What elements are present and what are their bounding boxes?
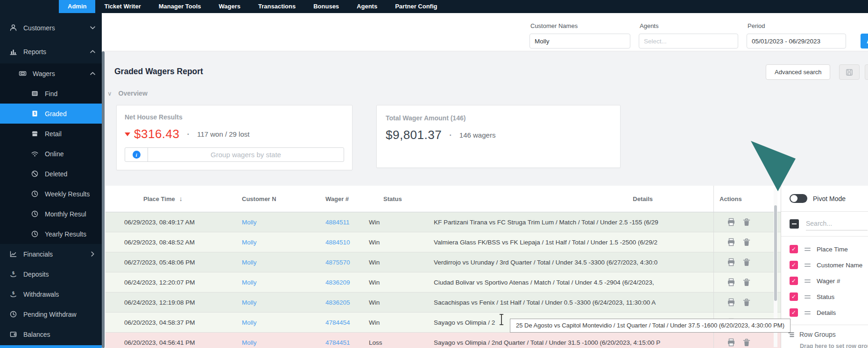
print-icon[interactable] — [727, 238, 735, 246]
customer-link[interactable]: Molly — [242, 259, 257, 266]
wager-link[interactable]: 4884510 — [325, 239, 350, 246]
checkbox-checked-icon[interactable]: ✓ — [790, 245, 798, 253]
header-place-time[interactable]: Place Time↓ — [106, 186, 206, 212]
tab-admin[interactable]: Admin — [59, 0, 95, 13]
cell-status: Win — [365, 292, 425, 312]
delete-icon[interactable] — [742, 298, 751, 306]
cell-status: Win — [365, 313, 425, 332]
sidebar-item-online[interactable]: Online — [0, 144, 102, 164]
customer-link[interactable]: Molly — [242, 299, 257, 306]
print-icon[interactable] — [727, 278, 735, 286]
sidebar-item-monthly-results[interactable]: Monthly Resul — [0, 204, 102, 224]
drag-handle-icon[interactable] — [804, 279, 811, 283]
period-input[interactable] — [747, 34, 846, 49]
hand-dollar-icon: $ — [9, 290, 17, 298]
delete-icon[interactable] — [742, 218, 751, 226]
print-icon[interactable] — [727, 338, 735, 347]
drag-handle-icon[interactable] — [804, 311, 811, 314]
wager-link[interactable]: 4875570 — [325, 259, 350, 266]
wager-link[interactable]: 4884511 — [325, 219, 350, 226]
customer-link[interactable]: Molly — [242, 239, 257, 246]
delete-icon[interactable] — [742, 278, 751, 286]
sidebar-item-graded[interactable]: $ Graded — [0, 104, 102, 124]
header-status[interactable]: Status — [365, 186, 425, 212]
tab-transactions[interactable]: Transactions — [249, 0, 304, 13]
header-details[interactable]: Details — [425, 186, 713, 212]
sidebar-item-retail[interactable]: Retail — [0, 124, 102, 144]
tab-ticket-writer[interactable]: Ticket Writer — [95, 0, 149, 13]
tab-bonuses[interactable]: Bonuses — [304, 0, 348, 13]
sidebar-item-customers[interactable]: Customers — [0, 18, 102, 38]
sidebar-item-deleted[interactable]: Deleted — [0, 164, 102, 184]
cell-details: Valmiera Glass FK/BSS vs FK Liepaja / 1s… — [425, 232, 713, 252]
secondary-tool-button[interactable] — [865, 64, 868, 80]
print-icon[interactable] — [727, 218, 735, 226]
drag-handle-icon[interactable] — [804, 295, 811, 299]
delete-icon[interactable] — [742, 238, 751, 246]
header-wager-number[interactable]: Wager # — [276, 186, 365, 212]
wager-count: 146 wagers — [459, 131, 496, 139]
agents-label: Agents — [640, 22, 658, 29]
net-house-label: Net House Results — [125, 113, 344, 121]
sidebar-scrollbar[interactable] — [102, 51, 105, 348]
separator-dot: · — [187, 130, 190, 139]
sidebar-item-withdrawals[interactable]: $ Withdrawals — [0, 284, 102, 304]
sidebar-item-find[interactable]: Find — [0, 84, 102, 104]
drag-handle-icon[interactable] — [804, 264, 811, 267]
customer-names-input[interactable] — [529, 34, 630, 49]
group-wagers-by-state-button[interactable]: i Group wagers by state — [125, 147, 344, 162]
wager-link[interactable]: 4836209 — [325, 279, 350, 286]
drag-handle-icon[interactable] — [804, 248, 811, 251]
svg-text:$: $ — [34, 111, 36, 116]
wager-link[interactable]: 4836205 — [325, 299, 350, 306]
row-groups-hint[interactable]: Drag here to set row groups — [800, 343, 868, 348]
customer-link[interactable]: Molly — [242, 279, 257, 286]
delete-icon[interactable] — [742, 338, 751, 347]
agents-input[interactable] — [639, 34, 738, 49]
sidebar-item-financials[interactable]: Financials — [0, 244, 102, 264]
delete-icon[interactable] — [742, 258, 751, 266]
row-groups-label: Row Groups — [799, 331, 836, 338]
checkbox-checked-icon[interactable]: ✓ — [790, 308, 798, 317]
sidebar-item-balances[interactable]: Balances — [0, 324, 102, 344]
column-item-wager-number: ✓ Wager # — [781, 273, 868, 289]
checkbox-checked-icon[interactable]: ✓ — [790, 277, 798, 285]
select-all-checkbox[interactable] — [790, 219, 799, 229]
sidebar-item-wagers[interactable]: Wagers — [0, 63, 102, 84]
checkbox-checked-icon[interactable]: ✓ — [790, 261, 798, 269]
columns-search-input[interactable] — [806, 218, 868, 230]
tab-manager-tools[interactable]: Manager Tools — [150, 0, 210, 13]
customer-link[interactable]: Molly — [242, 319, 257, 326]
info-section[interactable]: i — [125, 148, 148, 161]
scrollbar-thumb[interactable] — [774, 205, 777, 301]
tab-agents[interactable]: Agents — [348, 0, 386, 13]
cell-place-time: 06/24/2023, 12:20:07 PM — [106, 272, 206, 292]
advanced-search-button[interactable]: Advanced search — [766, 64, 830, 80]
cell-place-time: 06/20/2023, 04:58:37 PM — [106, 313, 206, 332]
apply-button[interactable]: A — [861, 34, 868, 49]
wager-link[interactable]: 4784454 — [325, 319, 350, 326]
wager-link[interactable]: 4784451 — [325, 339, 350, 346]
sidebar-item-pending-withdraw[interactable]: Pending Withdraw — [0, 304, 102, 324]
print-icon[interactable] — [727, 298, 735, 306]
customer-link[interactable]: Molly — [242, 339, 257, 346]
sidebar-item-deposits[interactable]: $ Deposits — [0, 264, 102, 284]
cell-status: Win — [365, 272, 425, 292]
sidebar-item-reports[interactable]: Reports — [0, 42, 102, 62]
file-dollar-icon: $ — [31, 110, 39, 118]
print-icon[interactable] — [727, 258, 735, 266]
save-view-button[interactable] — [839, 64, 860, 80]
sidebar-item-weekly-results[interactable]: Weekly Results — [0, 184, 102, 204]
table-header-row: Place Time↓ Customer Name Wager # Status… — [106, 186, 781, 212]
column-item-place-time: ✓ Place Time — [781, 241, 868, 257]
sidebar-item-yearly-results[interactable]: Yearly Results — [0, 224, 102, 244]
checkbox-checked-icon[interactable]: ✓ — [790, 292, 798, 301]
pivot-mode-toggle[interactable] — [790, 194, 807, 203]
header-customer-name[interactable]: Customer Name — [206, 186, 276, 212]
tab-wagers[interactable]: Wagers — [210, 0, 249, 13]
chevron-right-icon — [90, 251, 95, 257]
overview-toggle[interactable]: ∨ Overview — [107, 90, 148, 97]
toggle-knob — [790, 195, 797, 202]
tab-partner-config[interactable]: Partner Config — [386, 0, 446, 13]
customer-link[interactable]: Molly — [242, 219, 257, 226]
